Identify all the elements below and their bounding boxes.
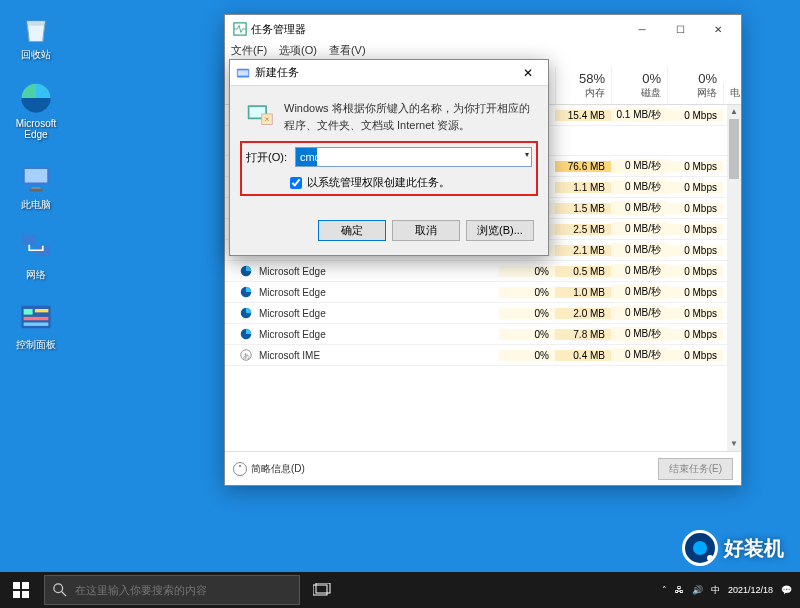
browse-button[interactable]: 浏览(B)...: [466, 220, 534, 241]
window-title: 任务管理器: [251, 22, 623, 37]
run-program-icon: [246, 100, 274, 128]
desktop-edge[interactable]: Microsoft Edge: [8, 80, 64, 140]
svg-rect-29: [13, 591, 20, 598]
admin-checkbox[interactable]: [290, 177, 302, 189]
taskbar-clock[interactable]: 2021/12/18: [728, 585, 773, 596]
pc-icon: [18, 160, 54, 196]
disk-cell: 0 MB/秒: [611, 159, 667, 173]
disk-cell: 0 MB/秒: [611, 180, 667, 194]
taskbar-search[interactable]: [44, 575, 300, 605]
disk-cell: 0 MB/秒: [611, 285, 667, 299]
network-cell: 0 Mbps: [667, 308, 723, 319]
cpu-cell: 0%: [499, 329, 555, 340]
dialog-title-bar[interactable]: 新建任务 ✕: [230, 60, 548, 86]
table-row[interactable]: Microsoft Edge0%7.8 MB0 MB/秒0 Mbps: [225, 324, 741, 345]
desktop-control-panel[interactable]: 控制面板: [8, 300, 64, 352]
control-panel-icon: [18, 300, 54, 336]
command-combobox[interactable]: ▾: [295, 147, 532, 167]
svg-rect-5: [23, 235, 37, 245]
table-row[interactable]: Microsoft Edge0%0.5 MB0 MB/秒0 Mbps: [225, 261, 741, 282]
tray-volume-icon[interactable]: 🔊: [692, 585, 703, 595]
system-tray: ˄ 🖧 🔊 中 2021/12/18 💬: [654, 584, 800, 597]
command-input[interactable]: [295, 147, 532, 167]
minimize-button[interactable]: ─: [623, 16, 661, 42]
fewer-details-link[interactable]: 简略信息(D): [251, 462, 305, 476]
disk-cell: 0 MB/秒: [611, 264, 667, 278]
svg-rect-2: [25, 169, 48, 183]
notifications-icon[interactable]: 💬: [781, 585, 792, 595]
svg-rect-3: [32, 187, 41, 189]
process-name: Microsoft Edge: [257, 287, 499, 298]
cpu-cell: 0%: [499, 287, 555, 298]
memory-cell: 1.1 MB: [555, 182, 611, 193]
maximize-button[interactable]: ☐: [661, 16, 699, 42]
table-row[interactable]: Microsoft Edge0%2.0 MB0 MB/秒0 Mbps: [225, 303, 741, 324]
network-cell: 0 Mbps: [667, 266, 723, 277]
svg-point-31: [54, 584, 63, 593]
dropdown-icon[interactable]: ▾: [525, 150, 529, 159]
network-cell: 0 Mbps: [667, 203, 723, 214]
svg-rect-11: [24, 323, 49, 326]
svg-rect-23: [238, 70, 249, 75]
process-name: Microsoft Edge: [257, 266, 499, 277]
svg-rect-9: [35, 309, 49, 312]
collapse-icon[interactable]: ˄: [233, 462, 247, 476]
tray-network-icon[interactable]: 🖧: [675, 585, 684, 595]
desktop-recycle-bin[interactable]: 回收站: [8, 10, 64, 62]
desktop-network[interactable]: 网络: [8, 230, 64, 282]
ok-button[interactable]: 确定: [318, 220, 386, 241]
scroll-down-icon[interactable]: ▼: [727, 437, 741, 451]
task-manager-icon: [233, 22, 247, 36]
col-power[interactable]: 电: [723, 82, 741, 104]
table-row[interactable]: Microsoft Edge0%1.0 MB0 MB/秒0 Mbps: [225, 282, 741, 303]
col-disk[interactable]: 0% 磁盘: [611, 67, 667, 104]
windows-icon: [13, 582, 29, 598]
network-cell: 0 Mbps: [667, 110, 723, 121]
svg-rect-30: [22, 591, 29, 598]
desktop-this-pc[interactable]: 此电脑: [8, 160, 64, 212]
label: 网络: [8, 268, 64, 282]
svg-rect-10: [24, 317, 49, 320]
cpu-cell: 0%: [499, 350, 555, 361]
network-cell: 0 Mbps: [667, 161, 723, 172]
new-task-dialog: 新建任务 ✕ Windows 将根据你所键入的名称，为你打开相应的程序、文件夹、…: [229, 59, 549, 256]
memory-cell: 15.4 MB: [555, 110, 611, 121]
col-memory[interactable]: 58% 内存: [555, 67, 611, 104]
table-row[interactable]: あMicrosoft IME0%0.4 MB0 MB/秒0 Mbps: [225, 345, 741, 366]
search-input[interactable]: [75, 584, 291, 596]
task-view-button[interactable]: [302, 572, 342, 608]
close-button[interactable]: ✕: [699, 16, 737, 42]
process-icon: [239, 327, 253, 341]
memory-cell: 1.5 MB: [555, 203, 611, 214]
svg-rect-8: [24, 309, 33, 315]
disk-cell: 0 MB/秒: [611, 327, 667, 341]
start-button[interactable]: [0, 572, 42, 608]
process-name: Microsoft Edge: [257, 308, 499, 319]
svg-text:あ: あ: [243, 352, 250, 360]
process-icon: [239, 285, 253, 299]
end-task-button[interactable]: 结束任务(E): [658, 458, 733, 480]
tray-expand-icon[interactable]: ˄: [662, 585, 667, 595]
scrollbar-vertical[interactable]: ▲ ▼: [727, 105, 741, 451]
scroll-thumb[interactable]: [729, 119, 739, 179]
disk-cell: 0 MB/秒: [611, 348, 667, 362]
title-bar[interactable]: 任务管理器 ─ ☐ ✕: [225, 15, 741, 43]
edge-icon: [18, 80, 54, 116]
dialog-title: 新建任务: [255, 65, 514, 80]
dialog-close-button[interactable]: ✕: [514, 66, 542, 80]
open-label: 打开(O):: [246, 150, 287, 165]
disk-cell: 0.1 MB/秒: [611, 108, 667, 122]
dialog-buttons: 确定 取消 浏览(B)...: [230, 210, 548, 255]
admin-checkbox-label[interactable]: 以系统管理权限创建此任务。: [307, 175, 450, 190]
memory-cell: 2.5 MB: [555, 224, 611, 235]
tray-ime-icon[interactable]: 中: [711, 584, 720, 597]
network-cell: 0 Mbps: [667, 329, 723, 340]
network-cell: 0 Mbps: [667, 182, 723, 193]
cpu-cell: 0%: [499, 308, 555, 319]
cancel-button[interactable]: 取消: [392, 220, 460, 241]
network-cell: 0 Mbps: [667, 224, 723, 235]
svg-rect-4: [29, 189, 43, 191]
scroll-up-icon[interactable]: ▲: [727, 105, 741, 119]
col-network[interactable]: 0% 网络: [667, 67, 723, 104]
memory-cell: 0.5 MB: [555, 266, 611, 277]
